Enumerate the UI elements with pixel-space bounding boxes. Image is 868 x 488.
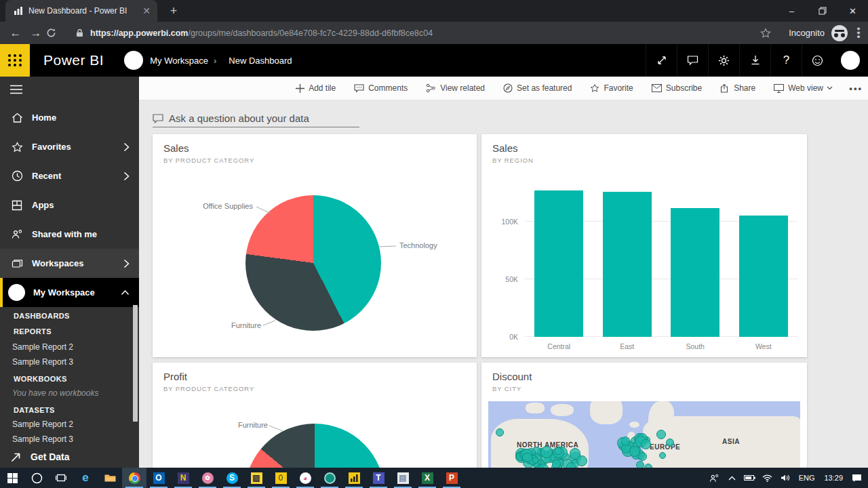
omnibox[interactable]: https://app.powerbi.com/groups/me/dashbo… [76, 28, 760, 38]
bookmark-star-icon[interactable] [760, 28, 771, 39]
get-data-button[interactable]: Get Data [0, 445, 139, 468]
share-button[interactable]: Share [720, 83, 755, 93]
feedback-smiley-button[interactable] [802, 44, 833, 77]
start-button[interactable] [0, 468, 24, 488]
tray-chevron-up-icon[interactable] [724, 468, 741, 488]
add-tile-button[interactable]: Add tile [296, 83, 336, 93]
workspace-avatar[interactable] [124, 51, 143, 70]
map-city-bubble[interactable] [532, 457, 539, 464]
whiteboard-button[interactable] [317, 468, 342, 488]
chrome-button[interactable] [122, 468, 146, 488]
sidebar-item-favorites[interactable]: Favorites [0, 132, 139, 161]
wifi-icon[interactable] [759, 468, 776, 488]
map-city-bubble[interactable] [666, 439, 674, 447]
map-city-bubble[interactable] [522, 453, 532, 462]
tile-sales-by-category[interactable]: Sales BY PRODUCT CATEGORY Office Supplie… [153, 134, 477, 357]
chevron-right-icon[interactable] [123, 259, 130, 268]
section-header-dashboards[interactable]: DASHBOARDS [0, 312, 139, 320]
forward-button[interactable]: → [26, 26, 46, 40]
sidebar-scrollbar[interactable] [133, 305, 138, 422]
battery-icon[interactable] [741, 468, 759, 488]
chevron-up-icon[interactable] [121, 289, 130, 296]
sidebar-item-workspaces[interactable]: Workspaces [0, 249, 139, 278]
set-featured-button[interactable]: Set as featured [503, 83, 572, 93]
dataset-item[interactable]: Sample Report 2 [0, 420, 139, 429]
new-tab-button[interactable]: + [165, 3, 182, 20]
map-city-bubble[interactable] [554, 447, 562, 455]
view-related-button[interactable]: View related [426, 83, 485, 93]
myanalytics-button[interactable]: ✿ [195, 468, 220, 488]
reload-button[interactable] [46, 28, 66, 38]
settings-gear-button[interactable] [708, 44, 739, 77]
dataset-item[interactable]: Sample Report 3 [0, 434, 139, 444]
sticky-notes-button[interactable]: ▨ [244, 468, 269, 488]
language-indicator[interactable]: ENG [794, 474, 820, 482]
volume-icon[interactable] [776, 468, 794, 488]
comment-button[interactable] [677, 44, 708, 77]
map-city-bubble[interactable] [621, 436, 630, 445]
sidebar-item-home[interactable]: Home [0, 103, 139, 132]
map-city-bubble[interactable] [659, 452, 666, 459]
web-view-dropdown[interactable]: Web view [774, 83, 833, 93]
cortana-button[interactable] [24, 468, 49, 488]
chevron-right-icon[interactable] [123, 171, 130, 181]
user-avatar[interactable] [841, 51, 860, 70]
minimize-button[interactable]: – [776, 0, 807, 22]
help-button[interactable]: ? [770, 44, 802, 77]
browser-tab[interactable]: New Dashboard - Power BI ✕ [5, 0, 157, 22]
map-city-bubble[interactable] [656, 430, 666, 439]
sidebar-item-recent[interactable]: Recent [0, 161, 139, 190]
tab-close-icon[interactable]: ✕ [141, 5, 152, 16]
map-city-bubble[interactable] [552, 460, 561, 468]
fullscreen-button[interactable] [646, 44, 677, 77]
excel-button[interactable]: X [415, 468, 439, 488]
skype-button[interactable]: S [220, 468, 244, 488]
notepad-button[interactable]: ▤ [391, 468, 415, 488]
tile-profit-by-category[interactable]: Profit BY PRODUCT CATEGORY Furniture [153, 363, 477, 468]
report-item[interactable]: Sample Report 3 [0, 357, 139, 367]
comments-button[interactable]: Comments [354, 83, 408, 93]
section-header-workbooks[interactable]: WORKBOOKS [0, 375, 139, 383]
powerbi-logo[interactable]: Power BI [43, 52, 104, 68]
favorite-button[interactable]: Favorite [590, 83, 633, 93]
subscribe-button[interactable]: Subscribe [652, 83, 702, 93]
clock[interactable]: 13:29 [819, 474, 848, 482]
todo-button[interactable]: ⬯ [269, 468, 293, 488]
bar-central[interactable] [534, 190, 583, 337]
section-header-datasets[interactable]: DATASETS [0, 406, 139, 414]
task-view-button[interactable] [49, 468, 73, 488]
map-city-bubble[interactable] [629, 446, 639, 456]
app-launcher-button[interactable] [0, 44, 30, 77]
hamburger-menu-icon[interactable] [9, 85, 23, 94]
office-button[interactable]: ◕ [293, 468, 317, 488]
close-button[interactable]: ✕ [837, 0, 868, 22]
report-item[interactable]: Sample Report 2 [0, 342, 139, 352]
power-bi-button[interactable] [342, 468, 366, 488]
map-city-bubble[interactable] [540, 446, 553, 458]
tile-discount-by-city[interactable]: Discount BY CITY NORTH AMERICA EUROPE AS… [481, 363, 807, 468]
teams-button[interactable]: T [366, 468, 391, 488]
section-header-reports[interactable]: REPORTS [0, 327, 139, 336]
bar-east[interactable] [603, 192, 652, 337]
chevron-right-icon[interactable] [123, 142, 130, 152]
people-tray-icon[interactable] [706, 468, 724, 488]
powerpoint-button[interactable]: P [439, 468, 464, 488]
download-button[interactable] [739, 44, 770, 77]
back-button[interactable]: ← [5, 26, 26, 40]
file-explorer-button[interactable] [98, 468, 122, 488]
qna-input[interactable]: Ask a question about your data [153, 110, 359, 127]
action-center-icon[interactable] [848, 468, 865, 488]
bar-west[interactable] [739, 216, 788, 337]
restore-button[interactable] [807, 0, 837, 22]
map-city-bubble[interactable] [496, 428, 504, 436]
onenote-button[interactable]: N [171, 468, 195, 488]
map-city-bubble[interactable] [636, 461, 644, 468]
bar-south[interactable] [671, 208, 719, 337]
toolbar-more-button[interactable]: ••• [849, 77, 863, 100]
sidebar-item-my-workspace[interactable]: My Workspace [0, 278, 139, 307]
sidebar-item-apps[interactable]: Apps [0, 190, 139, 220]
browser-menu-icon[interactable]: ••• [856, 27, 861, 39]
breadcrumb-workspace[interactable]: My Workspace [150, 56, 208, 66]
tile-sales-by-region[interactable]: Sales BY REGION 0K50K100KCentralEastSout… [481, 134, 807, 357]
outlook-button[interactable]: O [146, 468, 171, 488]
